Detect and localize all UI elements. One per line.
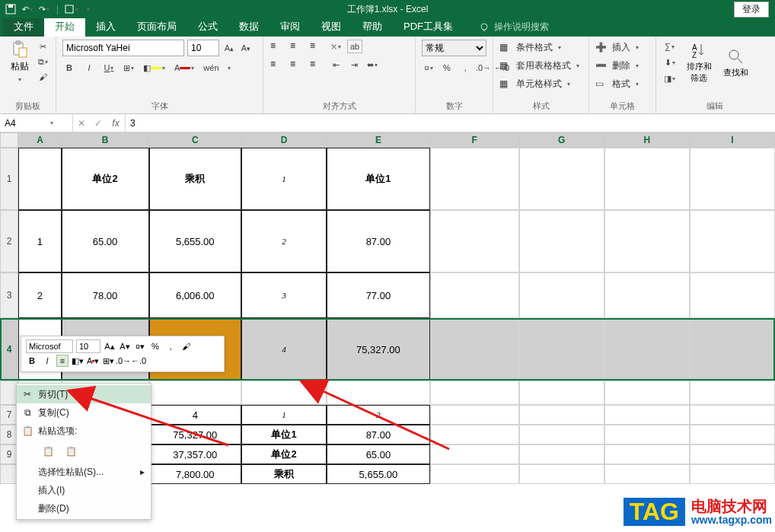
- increase-font-icon[interactable]: A▴: [222, 41, 236, 55]
- phonetic-button[interactable]: wén: [202, 61, 220, 75]
- row-head-1[interactable]: 1: [0, 148, 18, 210]
- font-name-input[interactable]: [62, 40, 184, 56]
- align-middle-icon[interactable]: ≡: [289, 40, 305, 53]
- mini-comma-icon[interactable]: ,: [164, 340, 177, 352]
- increase-decimal-icon[interactable]: .0→: [477, 61, 490, 75]
- mini-font-input[interactable]: [26, 339, 73, 353]
- cell-H3[interactable]: [604, 272, 690, 318]
- indent-increase-icon[interactable]: ⇥: [347, 58, 361, 72]
- cell-F4[interactable]: [430, 318, 519, 381]
- decrease-font-icon[interactable]: A▾: [239, 41, 253, 55]
- bold-button[interactable]: B: [62, 61, 76, 75]
- number-format-select[interactable]: 常规: [422, 40, 486, 56]
- cell-E2[interactable]: 87.00: [327, 210, 430, 272]
- clear-icon[interactable]: ◨▾: [662, 72, 677, 85]
- cell-D1[interactable]: 1: [241, 148, 327, 210]
- save-icon[interactable]: [3, 2, 18, 17]
- ctx-paste-special[interactable]: 选择性粘贴(S)...▸: [17, 463, 151, 481]
- mini-size-input[interactable]: [76, 339, 100, 353]
- touch-mode-icon[interactable]: ▾: [63, 2, 78, 17]
- cell-D10[interactable]: 乘积: [241, 464, 327, 484]
- col-D[interactable]: D: [241, 132, 327, 148]
- currency-icon[interactable]: ¤▾: [422, 61, 435, 75]
- comma-icon[interactable]: ,: [458, 61, 472, 75]
- cell-H2[interactable]: [604, 210, 690, 272]
- col-I[interactable]: I: [690, 132, 775, 148]
- ctx-cut[interactable]: ✂剪切(T): [17, 385, 151, 403]
- cell-E4[interactable]: 75,327.00: [327, 318, 430, 381]
- row-head-4[interactable]: 4: [0, 318, 18, 381]
- cell-D4[interactable]: 4: [241, 318, 327, 381]
- row-head-2[interactable]: 2: [0, 210, 18, 272]
- format-painter-icon[interactable]: 🖌: [36, 70, 49, 84]
- align-bottom-icon[interactable]: ≡: [309, 40, 324, 53]
- cell-A2[interactable]: 1: [18, 210, 61, 272]
- cell-G2[interactable]: [519, 210, 604, 272]
- cell-G3[interactable]: [519, 272, 604, 318]
- mini-currency-icon[interactable]: ¤▾: [134, 340, 146, 352]
- cut-icon[interactable]: ✂: [36, 40, 49, 53]
- wrap-text-button[interactable]: ab: [347, 40, 362, 53]
- cell-I1[interactable]: [690, 148, 775, 210]
- copy-icon[interactable]: ⧉▾: [36, 55, 49, 68]
- redo-icon[interactable]: ↷▾: [37, 2, 52, 17]
- select-all-corner[interactable]: [0, 132, 18, 148]
- col-H[interactable]: H: [604, 132, 690, 148]
- paste-button[interactable]: 粘贴 ▾: [6, 40, 33, 84]
- col-G[interactable]: G: [519, 132, 604, 148]
- cell-C3[interactable]: 6,006.00: [149, 272, 242, 318]
- orientation-icon[interactable]: ⤬▾: [329, 40, 343, 53]
- indent-decrease-icon[interactable]: ⇤: [329, 58, 343, 72]
- cell-I2[interactable]: [690, 210, 775, 272]
- cell-B3[interactable]: 78.00: [62, 272, 149, 318]
- font-size-input[interactable]: [187, 40, 219, 56]
- col-B[interactable]: B: [62, 132, 149, 148]
- qat-customize-icon[interactable]: ▾: [80, 2, 95, 17]
- format-as-table-button[interactable]: ▦套用表格格式▾: [499, 58, 582, 74]
- mini-percent-icon[interactable]: %: [149, 340, 161, 352]
- undo-icon[interactable]: ↶▾: [20, 2, 35, 17]
- cell-D7[interactable]: 1: [241, 405, 327, 425]
- cell-E10[interactable]: 5,655.00: [327, 464, 430, 484]
- mini-bold-button[interactable]: B: [26, 355, 38, 367]
- cell-C7[interactable]: 4: [149, 405, 242, 425]
- cell-F1[interactable]: [430, 148, 519, 210]
- italic-button[interactable]: I: [82, 61, 96, 75]
- merge-button[interactable]: ⬌▾: [365, 58, 379, 72]
- conditional-format-button[interactable]: ▦条件格式▾: [499, 40, 582, 56]
- cancel-icon[interactable]: ✕: [73, 118, 90, 129]
- cell-D2[interactable]: 2: [241, 210, 327, 272]
- tab-view[interactable]: 视图: [311, 17, 352, 37]
- mini-format-painter-icon[interactable]: 🖌: [180, 340, 192, 352]
- insert-cells-button[interactable]: ➕插入▾: [595, 40, 649, 56]
- tab-pdf[interactable]: PDF工具集: [393, 17, 464, 37]
- col-A[interactable]: A: [18, 132, 61, 148]
- enter-icon[interactable]: ✓: [90, 118, 107, 129]
- tab-file[interactable]: 文件: [3, 17, 44, 37]
- cell-E3[interactable]: 77.00: [327, 272, 430, 318]
- cell-H4[interactable]: [604, 318, 690, 381]
- row-head-3[interactable]: 3: [0, 272, 18, 318]
- cell-C1[interactable]: 乘积: [149, 148, 242, 210]
- border-button[interactable]: ⊞▾: [122, 61, 136, 75]
- mini-italic-button[interactable]: I: [41, 355, 53, 367]
- mini-font-color-icon[interactable]: A▾: [87, 355, 99, 367]
- cell-A1[interactable]: [18, 148, 61, 210]
- cell-D9[interactable]: 单位2: [241, 444, 327, 464]
- mini-fill-color-icon[interactable]: ◧▾: [72, 355, 84, 367]
- fill-icon[interactable]: ⬇▾: [662, 56, 677, 69]
- mini-inc-decimal-icon[interactable]: .0→: [117, 355, 129, 367]
- cell-E8[interactable]: 87.00: [327, 425, 430, 444]
- col-E[interactable]: E: [327, 132, 430, 148]
- cell-E9[interactable]: 65.00: [327, 444, 430, 464]
- underline-button[interactable]: U▾: [102, 61, 116, 75]
- cell-F3[interactable]: [430, 272, 519, 318]
- align-center-icon[interactable]: ≡: [289, 58, 305, 72]
- ctx-insert[interactable]: 插入(I): [17, 481, 151, 499]
- cell-C9[interactable]: 37,357.00: [149, 444, 242, 464]
- tab-layout[interactable]: 页面布局: [126, 17, 187, 37]
- paste-values-icon[interactable]: 📋: [62, 443, 79, 460]
- format-cells-button[interactable]: ▭格式▾: [595, 76, 649, 92]
- sort-filter-button[interactable]: AZ 排序和筛选: [684, 41, 713, 84]
- paste-icon[interactable]: 📋: [40, 443, 56, 460]
